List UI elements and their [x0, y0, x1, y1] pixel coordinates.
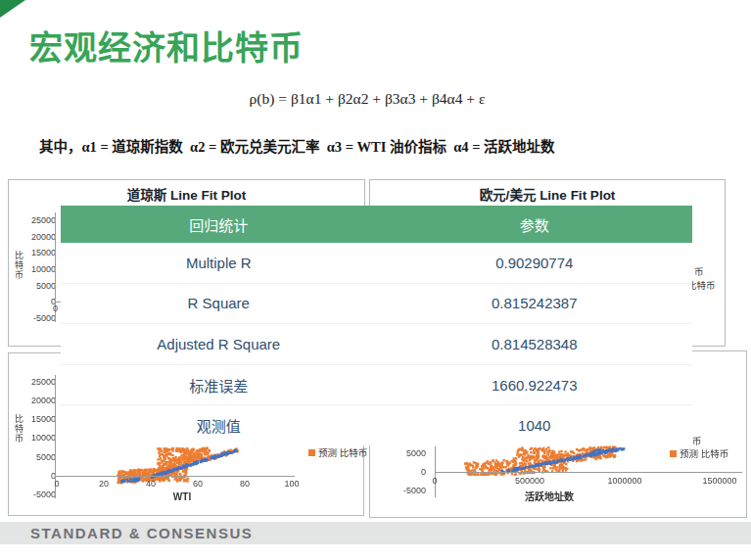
- tick-label: 0: [413, 476, 456, 486]
- page-title: 宏观经济和比特币: [29, 22, 304, 70]
- row-value: 0.814528348: [377, 324, 693, 364]
- row-label: Multiple R: [61, 243, 377, 283]
- x-axis-line: [55, 476, 295, 477]
- header-cell-regression-stats: 回归统计: [61, 206, 377, 243]
- regression-formula: ρ(b) = β1α1 + β2α2 + β3α3 + β4α4 + ε: [0, 90, 734, 108]
- x-axis-ticks: 020406080100: [45, 479, 304, 489]
- tick-label: 40: [139, 479, 163, 489]
- y-axis-label: 比特币: [13, 414, 25, 443]
- y-axis-ticks: 2500020000150001000050000-5000: [24, 215, 56, 323]
- row-label: Adjusted R Square: [61, 324, 377, 364]
- stats-row: Adjusted R Square 0.814528348: [61, 324, 692, 365]
- tick-label: 25000: [31, 215, 56, 225]
- tick-label: -5000: [33, 490, 56, 499]
- row-label: R Square: [61, 284, 377, 324]
- stats-row: 标准误差 1660.922473: [61, 365, 692, 406]
- slide: 宏观经济和比特币 ρ(b) = β1α1 + β2α2 + β3α3 + β4α…: [0, 0, 751, 560]
- tick-label: 0: [45, 479, 69, 489]
- tick-label: 15000: [31, 248, 56, 257]
- tick-label: 10000: [31, 433, 56, 443]
- tick-label: 5000: [406, 448, 426, 458]
- row-value: 0.815242387: [377, 284, 693, 324]
- variables-definition-line: 其中，α1 = 道琼斯指数 α2 = 欧元兑美元汇率 α3 = WTI 油价指标…: [39, 135, 555, 156]
- row-label: 观测值: [61, 405, 377, 445]
- tick-label: 500000: [508, 476, 551, 486]
- stats-row: 观测值 1040: [61, 405, 692, 445]
- tick-label: 20: [92, 479, 116, 489]
- x-axis-ticks: 050000010000001500000: [413, 476, 741, 486]
- row-label: 标准误差: [61, 365, 377, 405]
- y-axis-label: 比特币: [13, 251, 25, 280]
- chart-title: 欧元/美元 Line Fit Plot: [370, 184, 725, 204]
- x-axis-label: 活跃地址数: [396, 489, 703, 503]
- row-value: 1040: [377, 405, 693, 445]
- footer-bar: STANDARD & CONSENSUS: [0, 522, 751, 544]
- row-value: 1660.922473: [377, 365, 693, 405]
- row-value: 0.90290774: [377, 243, 693, 283]
- legend-label: 预测 比特币: [318, 445, 367, 459]
- tick-label: 5000: [36, 281, 56, 291]
- stats-row: R Square 0.815242387: [61, 284, 692, 325]
- corner-triangle-decoration: [0, 0, 25, 18]
- legend-swatch-orange-icon: [308, 449, 315, 456]
- tick-label: 20000: [31, 396, 56, 405]
- stats-table-header: 回归统计 参数: [61, 206, 692, 243]
- tick-label: -5000: [33, 313, 56, 323]
- x-axis-line: [435, 472, 742, 473]
- legend-label: 预测 比特币: [680, 446, 728, 460]
- tick-label: 80: [233, 479, 257, 489]
- tick-label: 15000: [31, 414, 56, 424]
- tick-label: 25000: [31, 377, 56, 387]
- legend-fragment: 币: [692, 434, 702, 447]
- tick-label: 10000: [31, 264, 56, 274]
- header-cell-parameters: 参数: [377, 206, 693, 243]
- legend-fragment: 币: [694, 264, 704, 278]
- tick-label: 1000000: [603, 476, 646, 486]
- tick-label: 5000: [36, 452, 56, 462]
- legend-swatch-orange-icon: [670, 450, 677, 457]
- stats-row: Multiple R 0.90290774: [61, 243, 692, 284]
- x-axis-label: WTI: [55, 491, 309, 502]
- tick-label: 1500000: [698, 476, 741, 486]
- tick-label: 20000: [31, 232, 56, 242]
- x-axis-tick-zero: 0: [53, 303, 58, 313]
- tick-label: 60: [186, 479, 210, 489]
- legend: 预测 比特币: [308, 445, 367, 459]
- stats-table: 回归统计 参数 Multiple R 0.90290774 R Square 0…: [61, 206, 692, 445]
- footer-brand: STANDARD & CONSENSUS: [30, 525, 253, 541]
- legend: 预测 比特币: [670, 446, 728, 460]
- tick-label: 100: [280, 479, 304, 489]
- chart-title: 道琼斯 Line Fit Plot: [9, 184, 364, 204]
